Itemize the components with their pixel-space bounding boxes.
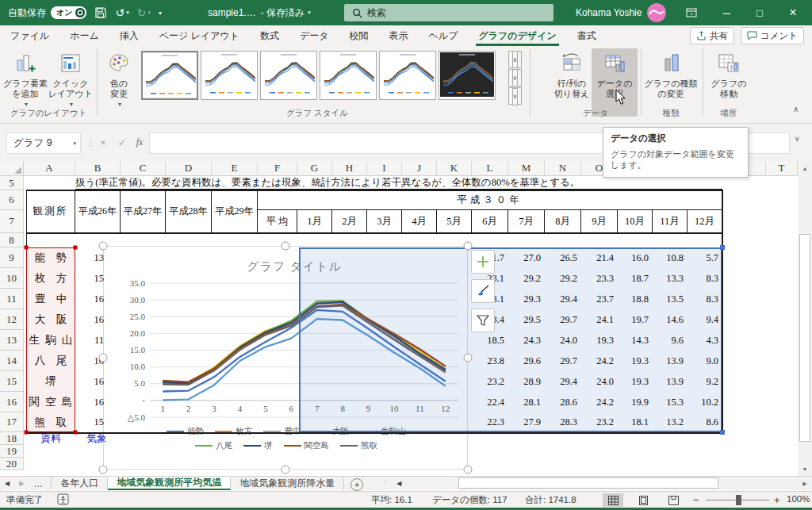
month-value-cell[interactable]: 14.6 — [653, 309, 684, 330]
month-value-cell[interactable]: 29.7 — [545, 351, 577, 371]
month-value-cell[interactable]: 27.9 — [508, 412, 541, 432]
ribbon-tab-6[interactable]: 校閲 — [339, 25, 379, 46]
selection-handle[interactable] — [720, 245, 725, 250]
move-chart-button[interactable]: グラフの 移動 — [706, 49, 752, 99]
row-header-12[interactable]: 12 — [0, 309, 24, 330]
month-value-cell[interactable]: 23.3 — [581, 268, 614, 289]
gallery-down-button[interactable]: ∨ — [508, 69, 522, 86]
month-value-cell[interactable]: 18.7 — [618, 268, 649, 289]
more-sheets-button[interactable]: … — [29, 477, 52, 490]
chart-resize-handle[interactable] — [99, 354, 108, 362]
sheet-tab-1[interactable]: 地域気象観測所平均気温 — [108, 477, 231, 490]
select-all-corner[interactable] — [0, 161, 24, 176]
change-colors-button[interactable]: 色の 変更▾ — [100, 49, 138, 109]
vscrollbar-thumb[interactable] — [799, 234, 810, 442]
month-value-cell[interactable]: 28.6 — [545, 392, 577, 412]
gallery-more-button[interactable]: ∨ — [508, 87, 522, 105]
chart-style-thumb-6[interactable] — [439, 51, 496, 100]
column-header-K[interactable]: K — [437, 161, 472, 176]
chart-resize-handle[interactable] — [464, 354, 473, 362]
ribbon-tab-2[interactable]: 挿入 — [109, 25, 149, 46]
row-header-14[interactable]: 14 — [0, 351, 24, 371]
month-value-cell[interactable]: 14.3 — [618, 330, 649, 351]
ribbon-tab-4[interactable]: 数式 — [250, 25, 289, 46]
row-header-10[interactable]: 10 — [0, 268, 24, 289]
month-value-cell[interactable]: 8.6 — [688, 412, 718, 432]
selection-handle[interactable] — [74, 246, 78, 250]
column-header-M[interactable]: M — [508, 161, 545, 176]
month-value-cell[interactable]: 23.2 — [581, 412, 614, 432]
quick-layout-button[interactable]: クイック レイアウト▾ — [48, 49, 94, 109]
month-value-cell[interactable]: 29.4 — [545, 289, 577, 309]
ribbon-display-options-button[interactable] — [676, 0, 707, 25]
select-data-button[interactable]: データの 選択 — [593, 49, 636, 99]
row-header-16[interactable]: 16 — [0, 392, 24, 412]
month-value-cell[interactable]: 26.5 — [545, 247, 577, 268]
month-value-cell[interactable]: 28.1 — [508, 392, 541, 412]
selection-handle[interactable] — [720, 430, 725, 435]
close-button[interactable]: × — [777, 0, 809, 25]
chart-styles-button[interactable] — [471, 279, 495, 303]
status-sum[interactable]: 合計: 1741.8 — [525, 494, 576, 506]
row-header-9[interactable]: 9 — [0, 247, 24, 268]
month-value-cell[interactable]: 13.3 — [653, 268, 684, 289]
chart-style-thumb-3[interactable] — [260, 51, 317, 100]
row-header-20[interactable]: 20 — [0, 458, 24, 470]
zoom-out-button[interactable]: − — [693, 494, 699, 506]
zoom-level[interactable]: 100% — [787, 494, 810, 504]
month-value-cell[interactable]: 24.1 — [581, 309, 614, 330]
month-value-cell[interactable]: 29.4 — [545, 371, 577, 392]
month-value-cell[interactable]: 29.3 — [508, 289, 541, 309]
month-value-cell[interactable]: 28.9 — [508, 371, 541, 392]
month-value-cell[interactable]: 28.3 — [545, 412, 577, 432]
month-value-cell[interactable]: 8.3 — [688, 268, 718, 289]
search-box[interactable]: 検索 — [344, 4, 553, 21]
month-value-cell[interactable]: 19.7 — [618, 309, 649, 330]
document-title[interactable]: sample1.… - 保存済み ▾ — [208, 6, 311, 20]
month-value-cell[interactable]: 29.7 — [545, 309, 577, 330]
month-value-cell[interactable]: 9.2 — [688, 371, 718, 392]
row-header-19[interactable]: 19 — [0, 445, 24, 458]
chart-filters-button[interactable] — [471, 309, 495, 332]
month-value-cell[interactable]: 15.3 — [653, 392, 684, 412]
row-header-13[interactable]: 13 — [0, 330, 24, 351]
row-header-7[interactable]: 7 — [0, 210, 24, 233]
ribbon-tab-7[interactable]: 表示 — [379, 25, 419, 46]
tabbar-splitter[interactable]: ⋮ — [376, 477, 392, 490]
month-value-cell[interactable]: 24.0 — [581, 371, 614, 392]
undo-button[interactable]: ↺▾ — [115, 7, 128, 18]
ribbon-tab-5[interactable]: データ — [289, 25, 339, 46]
column-header-C[interactable]: C — [121, 161, 166, 176]
h26-value-cell[interactable]: 11 — [77, 330, 115, 351]
footer-link-cell[interactable]: 資料 — [26, 432, 75, 445]
ribbon-tab-3[interactable]: ページ レイアウト — [149, 25, 250, 46]
month-value-cell[interactable]: 21.4 — [581, 247, 614, 268]
column-header-N[interactable]: N — [545, 161, 581, 176]
selection-handle[interactable] — [74, 431, 78, 435]
expand-formula-bar-button[interactable]: ∨ — [795, 135, 800, 143]
gallery-up-button[interactable]: ∧ — [508, 51, 522, 68]
collapse-ribbon-button[interactable]: ∧ — [793, 105, 799, 113]
comments-button[interactable]: コメント — [741, 27, 804, 44]
chart-style-thumb-2[interactable] — [201, 51, 258, 100]
zoom-slider-thumb[interactable] — [736, 495, 741, 505]
month-value-cell[interactable]: 8.3 — [688, 289, 718, 309]
month-value-cell[interactable]: 23.8 — [472, 351, 504, 371]
h26-value-cell[interactable]: 13 — [77, 247, 115, 268]
add-chart-element-button[interactable]: グラフ要素 を追加▾ — [3, 49, 48, 109]
vscroll-down-button[interactable]: ▼ — [798, 462, 812, 476]
chart-resize-handle[interactable] — [99, 242, 108, 251]
month-value-cell[interactable]: 29.2 — [545, 268, 577, 289]
column-header-D[interactable]: D — [166, 161, 212, 176]
month-value-cell[interactable]: 16.0 — [618, 247, 649, 268]
column-header-I[interactable]: I — [367, 161, 402, 176]
month-value-cell[interactable]: 19.3 — [618, 351, 649, 371]
month-value-cell[interactable]: 9.6 — [653, 330, 684, 351]
chart-resize-handle[interactable] — [99, 466, 108, 474]
row-header-5[interactable]: 5 — [0, 176, 24, 190]
h26-value-cell[interactable]: 16 — [77, 351, 115, 371]
month-value-cell[interactable]: 23.2 — [472, 371, 504, 392]
ribbon-tab-10[interactable]: 書式 — [567, 25, 607, 46]
month-value-cell[interactable]: 9.0 — [688, 351, 718, 371]
account-name[interactable]: Kohama Yoshie — [576, 7, 642, 18]
